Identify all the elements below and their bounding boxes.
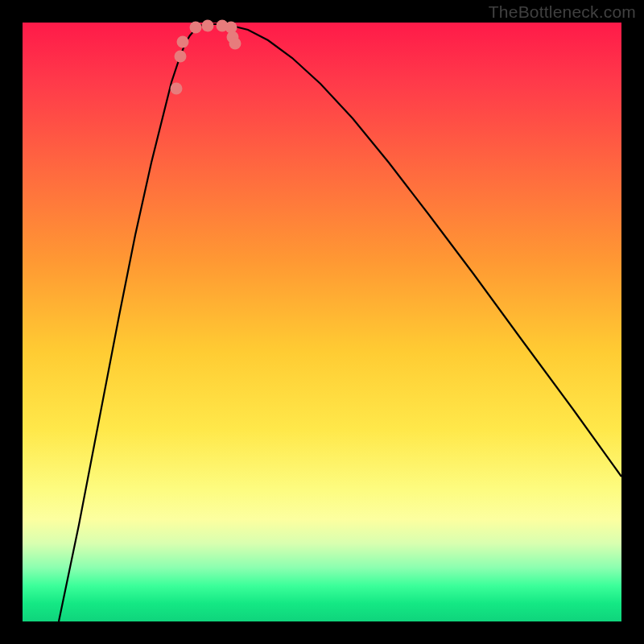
curve-marker-dot xyxy=(190,22,202,34)
curve-marker-dot xyxy=(202,20,214,32)
curve-marker-dot xyxy=(171,83,183,95)
curve-marker-dot xyxy=(177,36,189,48)
chart-plot-area xyxy=(23,23,621,621)
bottleneck-curve-svg xyxy=(23,23,621,621)
bottleneck-curve-path xyxy=(59,24,621,621)
curve-marker-dot xyxy=(229,38,242,50)
curve-marker-group xyxy=(171,20,242,95)
watermark-label: TheBottleneck.com xyxy=(489,2,636,22)
curve-marker-dot xyxy=(175,51,187,63)
